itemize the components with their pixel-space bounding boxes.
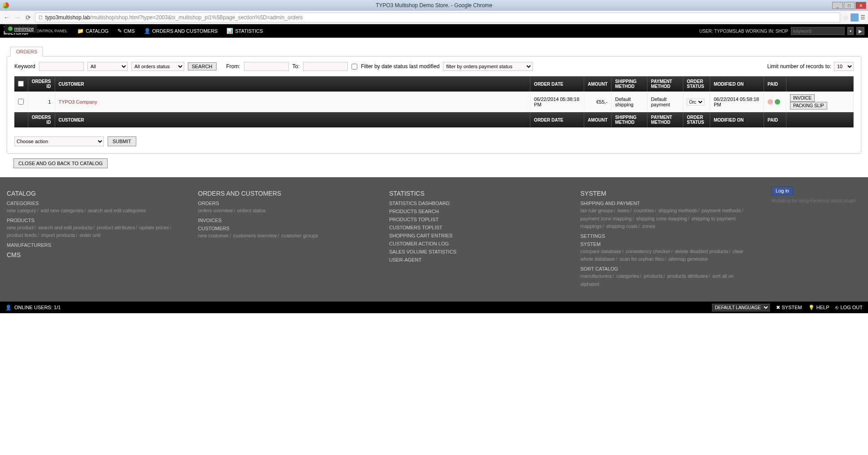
- col-shipping[interactable]: SHIPPING METHOD: [612, 76, 647, 92]
- footer-system-sub[interactable]: SYSTEM: [581, 241, 754, 247]
- footer-link[interactable]: PRODUCTS TOPLIST: [389, 217, 563, 222]
- fb-login-button[interactable]: Log in: [772, 186, 793, 195]
- footer-link[interactable]: manufacturers: [581, 273, 612, 279]
- keyword-input[interactable]: [39, 62, 84, 71]
- footer-link[interactable]: sitemap generator: [668, 256, 708, 262]
- close-back-button[interactable]: CLOSE AND GO BACK TO CATALOG: [13, 158, 108, 168]
- footer-invoices[interactable]: INVOICES: [198, 218, 372, 223]
- footer-link[interactable]: shipping methods: [659, 208, 697, 213]
- close-window[interactable]: ✕: [855, 2, 866, 9]
- footer-link[interactable]: product feeds: [7, 232, 37, 238]
- footer-link[interactable]: payment methods: [702, 208, 741, 213]
- footer-link[interactable]: orders status: [237, 208, 266, 213]
- customer-link[interactable]: TYPO3 Company: [59, 99, 97, 105]
- footer-customers[interactable]: CUSTOMERS: [198, 226, 372, 231]
- footer-link[interactable]: shipping costs: [606, 223, 638, 229]
- search-dropdown[interactable]: ▾: [847, 27, 854, 35]
- maximize-window[interactable]: □: [844, 2, 855, 9]
- footer-link[interactable]: USER-AGENT: [389, 257, 563, 262]
- footer-link[interactable]: zones: [642, 223, 655, 229]
- status-select[interactable]: All orders status: [131, 62, 184, 71]
- select-all-checkbox[interactable]: [18, 81, 24, 87]
- to-input[interactable]: [303, 62, 348, 71]
- footer-link[interactable]: new product: [7, 225, 34, 230]
- col-payment[interactable]: PAYMENT METHOD: [647, 76, 683, 92]
- from-input[interactable]: [244, 62, 289, 71]
- bb-help[interactable]: 💡HELP: [808, 305, 829, 311]
- footer-categories[interactable]: CATEGORIES: [7, 201, 180, 206]
- minimize-window[interactable]: _: [832, 2, 843, 9]
- filter-date-checkbox[interactable]: [352, 64, 357, 70]
- footer-link[interactable]: update prices: [139, 225, 169, 230]
- footer-link[interactable]: delete disabled products: [675, 249, 728, 254]
- packing-slip-button[interactable]: PACKING SLIP: [790, 102, 827, 109]
- footer-link[interactable]: scan for orphan files: [620, 256, 664, 262]
- footer-link[interactable]: new customer: [198, 233, 229, 238]
- col-paid[interactable]: PAID: [764, 76, 786, 92]
- footer-link[interactable]: STATISTICS DASHBOARD: [389, 201, 563, 206]
- bb-system[interactable]: ✖SYSTEM: [776, 305, 802, 311]
- back-button[interactable]: ←: [3, 13, 11, 22]
- col-modified[interactable]: MODIFIED ON: [710, 76, 764, 92]
- footer-link[interactable]: SALES VOLUME STATISTICS: [389, 249, 563, 254]
- footer-link[interactable]: new category: [7, 208, 36, 213]
- invoice-button[interactable]: INVOICE: [790, 94, 815, 102]
- footer-link[interactable]: tax rule groups: [581, 208, 613, 213]
- bb-logout[interactable]: ⎋LOG OUT: [835, 305, 863, 310]
- footer-link[interactable]: product attributes: [97, 225, 135, 230]
- limit-select[interactable]: 10: [834, 62, 854, 71]
- footer-link[interactable]: search and edit categories: [88, 208, 146, 213]
- footer-link[interactable]: PRODUCTS SEARCH: [389, 209, 563, 214]
- footer-link[interactable]: CUSTOMER ACTION LOG: [389, 241, 563, 246]
- footer-orders-section[interactable]: ORDERS: [198, 201, 372, 206]
- payment-status-select[interactable]: filter by orders payment status: [443, 62, 533, 71]
- minimize-link[interactable]: minimize: [14, 26, 34, 31]
- row-status-select[interactable]: Orc: [687, 99, 704, 105]
- footer-link[interactable]: categories: [616, 273, 639, 279]
- footer-link[interactable]: products: [644, 273, 663, 279]
- url-bar[interactable]: 🗋 typo3multishop.lab/multishop/shop.html…: [35, 13, 840, 22]
- type-select[interactable]: All: [87, 62, 128, 71]
- footer-link[interactable]: payment zone mapping: [581, 216, 632, 221]
- footer-link[interactable]: consistency checker: [626, 249, 670, 254]
- row-checkbox[interactable]: [18, 99, 24, 105]
- reload-button[interactable]: ⟳: [24, 13, 32, 22]
- footer-sort-catalog[interactable]: SORT CATALOG: [581, 266, 754, 271]
- footer-link[interactable]: products attributes: [667, 273, 708, 279]
- nav-catalog[interactable]: 📁CATALOG: [73, 28, 113, 34]
- col-order-status[interactable]: ORDER STATUS: [683, 76, 710, 92]
- footer-link[interactable]: add new categories: [41, 208, 83, 213]
- footer-link[interactable]: orders overview: [198, 208, 233, 213]
- bulk-submit-button[interactable]: SUBMIT: [108, 136, 136, 146]
- search-button[interactable]: SEARCH: [188, 62, 217, 70]
- footer-shipping-payment[interactable]: SHIPPING AND PAYMENT: [581, 201, 754, 206]
- nav-cms[interactable]: ✎CMS: [113, 28, 139, 34]
- nav-statistics[interactable]: 📊STATISTICS: [222, 28, 267, 34]
- extension-icon[interactable]: [851, 13, 859, 22]
- bulk-action-select[interactable]: Choose action: [14, 136, 104, 146]
- col-amount[interactable]: AMOUNT: [584, 76, 612, 92]
- footer-link[interactable]: order unit: [80, 232, 100, 238]
- footer-link[interactable]: customer groups: [281, 233, 318, 238]
- footer-products[interactable]: PRODUCTS: [7, 218, 180, 223]
- forward-button[interactable]: →: [13, 13, 22, 22]
- minimize-tab[interactable]: minimize: [4, 24, 37, 33]
- footer-link[interactable]: CUSTOMERS TOPLIST: [389, 225, 563, 230]
- bookmark-icon[interactable]: ☆: [843, 14, 849, 21]
- menu-icon[interactable]: ☰: [860, 14, 865, 21]
- footer-link[interactable]: shipping zone mapping: [636, 216, 687, 221]
- footer-settings[interactable]: SETTINGS: [581, 233, 754, 239]
- footer-link[interactable]: SHOPPING CART ENTRIES: [389, 233, 563, 238]
- col-orders-id[interactable]: ORDERS ID: [28, 76, 55, 92]
- nav-orders-customers[interactable]: 👤ORDERS AND CUSTOMERS: [139, 28, 222, 34]
- col-order-date[interactable]: ORDER DATE: [530, 76, 584, 92]
- language-select[interactable]: DEFAULT LANGUAGE: [712, 304, 770, 311]
- footer-link[interactable]: import products: [41, 232, 75, 238]
- footer-link[interactable]: customers overview: [233, 233, 277, 238]
- footer-link[interactable]: countries: [634, 208, 654, 213]
- top-search-input[interactable]: [791, 27, 845, 35]
- footer-link[interactable]: taxes: [617, 208, 629, 213]
- search-go-button[interactable]: ▶: [856, 27, 864, 35]
- orders-tab[interactable]: ORDERS: [10, 47, 43, 57]
- footer-link[interactable]: compare database: [581, 249, 621, 254]
